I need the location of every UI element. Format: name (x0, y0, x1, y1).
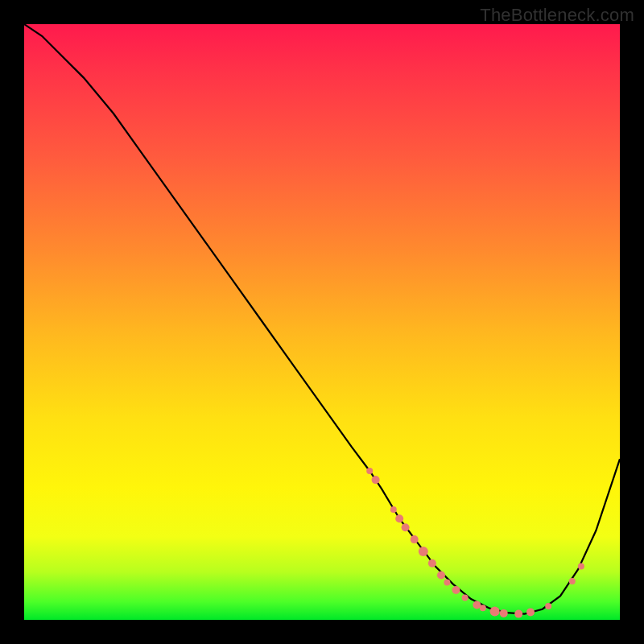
data-point (419, 547, 428, 556)
data-point (437, 572, 445, 580)
data-point (462, 595, 469, 601)
data-point (428, 559, 436, 568)
data-point (372, 476, 380, 484)
data-point (452, 586, 460, 594)
data-point (395, 514, 403, 522)
data-points (366, 468, 584, 618)
data-point (411, 535, 419, 543)
data-point (480, 605, 486, 611)
data-point (569, 578, 576, 584)
plot-area (24, 24, 620, 620)
data-point (366, 468, 373, 474)
data-point (578, 563, 584, 569)
data-point (490, 607, 500, 617)
data-point (514, 610, 522, 618)
data-point (545, 603, 551, 609)
chart-container: TheBottleneck.com (0, 0, 644, 644)
data-point (473, 601, 481, 609)
data-point (526, 608, 535, 616)
data-point (444, 579, 450, 585)
data-point (402, 523, 410, 531)
watermark-text: TheBottleneck.com (480, 5, 634, 26)
curve-layer (24, 24, 620, 620)
data-point (390, 506, 397, 513)
bottleneck-curve (24, 24, 620, 614)
data-point (500, 609, 508, 617)
